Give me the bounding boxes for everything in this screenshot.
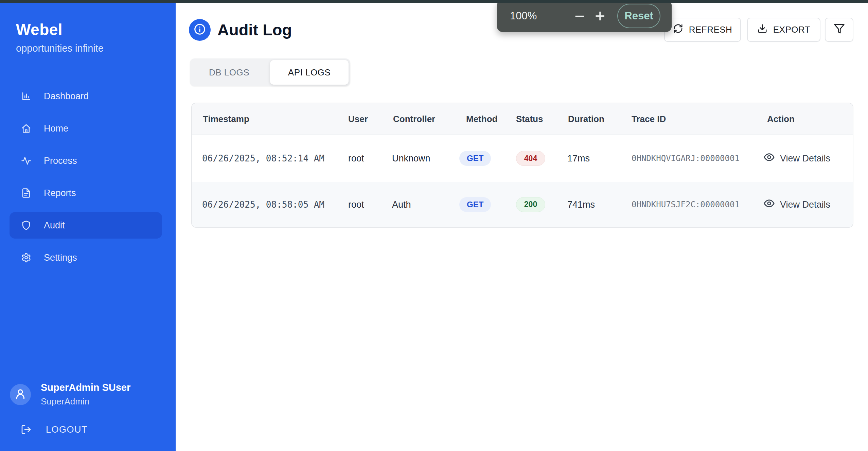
logout-label: LOGOUT [46, 424, 88, 435]
browser-zoom-overlay: 100% − + Reset [497, 0, 672, 32]
export-button[interactable]: EXPORT [747, 18, 820, 42]
cell-duration: 741ms [567, 199, 595, 210]
user-icon [14, 388, 26, 401]
zoom-out-button[interactable]: − [574, 7, 585, 25]
tab-db-logs[interactable]: DB LOGS [190, 58, 268, 86]
log-type-tabs: DB LOGS API LOGS [190, 58, 350, 86]
browser-top-strip [0, 0, 868, 3]
cell-trace-id: 0HNDKHQVIGARJ:00000001 [632, 154, 740, 163]
brand-name: Webel [16, 20, 63, 39]
column-header-method: Method [466, 114, 497, 124]
method-badge: GET [459, 197, 491, 212]
sidebar-item-dashboard[interactable]: Dashboard [10, 83, 162, 109]
audit-log-table: Timestamp User Controller Method Status … [191, 103, 853, 228]
audit-info-badge[interactable] [189, 19, 211, 41]
user-name: SuperAdmin SUser [41, 382, 130, 393]
sidebar-nav: Dashboard Home Process Reports [10, 83, 162, 277]
sidebar-item-home[interactable]: Home [10, 115, 162, 142]
sidebar-user: SuperAdmin SUser SuperAdmin [10, 382, 130, 407]
sidebar-item-label: Dashboard [44, 91, 89, 102]
sidebar-item-settings[interactable]: Settings [10, 244, 162, 271]
view-details-button[interactable]: View Details [763, 197, 830, 211]
sidebar: Webel opportunities infinite Dashboard H… [0, 3, 176, 451]
sidebar-item-reports[interactable]: Reports [10, 180, 162, 206]
cell-trace-id: 0HNDKHU7SJF2C:00000001 [632, 200, 740, 209]
table-header-row: Timestamp User Controller Method Status … [192, 103, 853, 135]
sidebar-item-audit[interactable]: Audit [10, 212, 162, 239]
method-badge: GET [459, 151, 491, 166]
zoom-reset-button[interactable]: Reset [617, 4, 660, 28]
column-header-status: Status [516, 114, 543, 124]
bar-chart-icon [21, 91, 31, 101]
refresh-icon [673, 23, 683, 36]
column-header-trace-id: Trace ID [632, 114, 666, 124]
brand-tagline: opportunities infinite [16, 43, 104, 54]
activity-icon [21, 156, 31, 166]
view-details-label: View Details [780, 199, 830, 210]
zoom-in-button[interactable]: + [595, 7, 605, 25]
user-role: SuperAdmin [41, 396, 130, 407]
column-header-controller: Controller [393, 114, 435, 124]
table-row: 06/26/2025, 08:58:05 AM root Auth GET 20… [192, 182, 853, 227]
refresh-button[interactable]: REFRESH [664, 18, 741, 42]
user-meta: SuperAdmin SUser SuperAdmin [41, 382, 130, 407]
gear-icon [21, 253, 31, 263]
eye-icon [763, 197, 775, 211]
audit-log-page: Webel opportunities infinite Dashboard H… [0, 0, 868, 451]
sidebar-item-label: Process [44, 156, 77, 166]
eye-icon [763, 152, 775, 166]
status-badge: 404 [516, 151, 545, 166]
zoom-level-value: 100% [510, 10, 537, 22]
status-badge: 200 [516, 197, 545, 212]
cell-controller: Unknown [392, 153, 430, 164]
shield-icon [21, 220, 31, 230]
sidebar-item-label: Home [44, 123, 68, 134]
logout-button[interactable]: LOGOUT [10, 421, 90, 438]
avatar [10, 384, 31, 405]
cell-timestamp: 06/26/2025, 08:58:05 AM [202, 200, 324, 210]
view-details-button[interactable]: View Details [763, 152, 830, 166]
download-icon [757, 23, 767, 36]
column-header-duration: Duration [568, 114, 604, 124]
column-header-user: User [348, 114, 368, 124]
tab-api-logs[interactable]: API LOGS [270, 60, 349, 85]
cell-user: root [348, 153, 364, 164]
sidebar-item-label: Settings [44, 253, 77, 263]
column-header-timestamp: Timestamp [203, 114, 249, 124]
filter-button[interactable] [825, 18, 853, 42]
cell-timestamp: 06/26/2025, 08:52:14 AM [202, 153, 324, 163]
info-icon [193, 23, 206, 37]
document-icon [21, 188, 31, 198]
cell-duration: 17ms [567, 153, 590, 164]
filter-icon [834, 23, 845, 37]
sidebar-item-process[interactable]: Process [10, 148, 162, 174]
sidebar-item-label: Reports [44, 188, 76, 198]
column-header-action: Action [767, 114, 795, 124]
home-icon [21, 123, 31, 134]
logout-icon [21, 424, 32, 435]
sidebar-divider [0, 71, 176, 71]
sidebar-divider [0, 365, 176, 365]
table-row: 06/26/2025, 08:52:14 AM root Unknown GET… [192, 135, 853, 182]
view-details-label: View Details [780, 153, 830, 164]
refresh-label: REFRESH [689, 24, 732, 35]
cell-user: root [348, 199, 364, 210]
cell-controller: Auth [392, 199, 411, 210]
sidebar-item-label: Audit [44, 220, 65, 231]
export-label: EXPORT [773, 24, 810, 35]
page-title: Audit Log [217, 20, 292, 39]
